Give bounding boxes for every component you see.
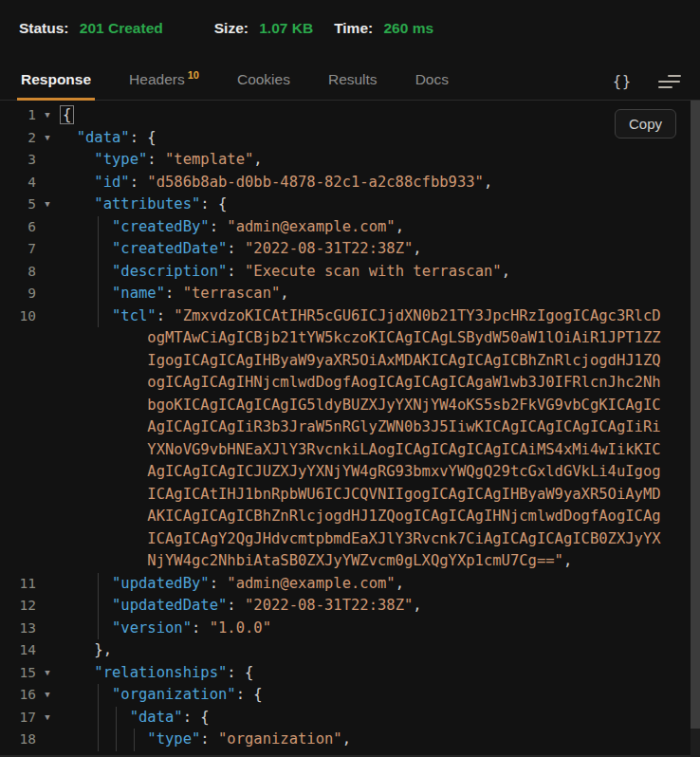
status-label: Status: (19, 20, 69, 36)
indent-guide (116, 707, 117, 729)
vertical-scrollbar[interactable] (691, 101, 700, 757)
code-row: ogMTAwCiAgICBjb21tYW5kczoKICAgICAgLSBydW… (0, 327, 700, 350)
fold-toggle-icon (36, 439, 59, 462)
tab-response-label: Response (21, 71, 91, 87)
line-number: 16 (0, 684, 36, 707)
code-row: ICAgICAtIHJ1bnRpbWU6ICJCQVNIIgogICAgICAg… (0, 484, 700, 507)
code-row: 15▼ "relationships": { (0, 662, 700, 685)
fold-toggle-icon (36, 283, 59, 305)
line-number: 14 (0, 639, 36, 662)
fold-toggle-icon[interactable]: ▼ (36, 684, 59, 707)
fold-toggle-icon[interactable]: ▼ (36, 127, 59, 150)
code-row: 3 "type": "template", (0, 149, 700, 172)
line-number (0, 395, 36, 417)
tab-results-label: Results (328, 71, 378, 87)
response-body-viewer: 1▼{2▼ "data": {3 "type": "template",4 "i… (0, 101, 700, 757)
line-number: 10 (0, 305, 36, 328)
size-label: Size: (214, 20, 249, 36)
indent-guide (98, 283, 99, 305)
line-number (0, 461, 36, 484)
tab-cookies[interactable]: Cookies (235, 71, 292, 100)
fold-toggle-icon (36, 573, 59, 596)
code-line-text: YXNoVG9vbHNEaXJlY3RvcnkiLAogICAgICAgICAg… (59, 439, 661, 462)
tab-results[interactable]: Results (326, 71, 379, 100)
tab-docs[interactable]: Docs (414, 71, 451, 100)
line-number: 4 (0, 172, 36, 194)
line-number: 17 (0, 707, 36, 729)
tab-headers-label: Headers (129, 71, 185, 87)
line-number: 11 (0, 573, 36, 596)
code-row: 7 "createdDate": "2022-08-31T22:38Z", (0, 238, 700, 261)
line-number: 13 (0, 618, 36, 640)
fold-toggle-icon (36, 528, 59, 551)
code-row: 6 "createdBy": "admin@example.com", (0, 216, 700, 239)
code-line-text: "createdBy": "admin@example.com", (59, 216, 404, 239)
code-row: bgoKICAgICAgICAgIG5ldyBUZXJyYXNjYW4oKS5s… (0, 395, 700, 417)
code-line-text: }, (59, 639, 112, 662)
code-row: 8 "description": "Execute scan with terr… (0, 261, 700, 284)
line-number (0, 372, 36, 395)
code-line-text: IgogICAgICAgIHByaW9yaXR5OiAxMDAKICAgICAg… (59, 350, 661, 373)
fold-toggle-icon (36, 416, 59, 439)
indent-guide (98, 684, 99, 707)
fold-toggle-icon (36, 350, 59, 373)
code-line-text: AgICAgICAgIiR3b3JraW5nRGlyZWN0b3J5IiwKIC… (59, 416, 661, 439)
fold-toggle-icon[interactable]: ▼ (36, 194, 59, 216)
code-line-text: "attributes": { (59, 194, 227, 216)
code-row: 13 "version": "1.0.0" (0, 618, 700, 640)
status-value: 201 Created (80, 20, 163, 36)
code-row: 2▼ "data": { (0, 127, 700, 150)
scrollbar-thumb[interactable] (691, 101, 700, 729)
code-line-text: "tcl": "ZmxvdzoKICAtIHR5cGU6ICJjdXN0b21T… (59, 305, 661, 328)
hamburger-menu-icon[interactable] (658, 75, 681, 88)
code-row: 14 }, (0, 639, 700, 662)
code-row: 9 "name": "terrascan", (0, 283, 700, 305)
code-line-text: "type": "template", (59, 149, 263, 172)
code-row: AKICAgICAgICBhZnRlcjogdHJ1ZQogICAgICAgIH… (0, 506, 700, 528)
response-meta-bar: Status: 201 Created Size: 1.07 KB Time: … (0, 0, 700, 43)
fold-toggle-icon[interactable]: ▼ (36, 662, 59, 685)
line-number: 3 (0, 149, 36, 172)
fold-toggle-icon (36, 639, 59, 662)
code-line-text: AKICAgICAgICBhZnRlcjogdHJ1ZQogICAgICAgIH… (59, 506, 661, 528)
line-number (0, 528, 36, 551)
fold-toggle-icon (36, 327, 59, 350)
line-number (0, 416, 36, 439)
line-number: 12 (0, 595, 36, 618)
fold-toggle-icon (36, 372, 59, 395)
tab-response[interactable]: Response (19, 71, 93, 100)
code-row: AgICAgICAgICJUZXJyYXNjYW4gRG93bmxvYWQgQ2… (0, 461, 700, 484)
line-number: 6 (0, 216, 36, 239)
code-row: ogICAgICAgIHNjcmlwdDogfAogICAgICAgICAgaW… (0, 372, 700, 395)
indent-guide (98, 618, 99, 640)
size-value: 1.07 KB (259, 20, 313, 36)
fold-toggle-icon (36, 305, 59, 328)
format-code-icon[interactable]: {} (613, 73, 632, 90)
indent-guide (98, 261, 99, 284)
code-line-text: "description": "Execute scan with terras… (59, 261, 510, 284)
code-row: 10 "tcl": "ZmxvdzoKICAtIHR5cGU6ICJjdXN0b… (0, 305, 700, 328)
fold-toggle-icon (36, 484, 59, 507)
code-row: 12 "updatedDate": "2022-08-31T22:38Z", (0, 595, 700, 618)
code-line-text: "id": "d586b8ab-d0bb-4878-82c1-a2c88cfbb… (59, 172, 492, 194)
status-pair: Status: 201 Created (19, 20, 163, 37)
line-number: 2 (0, 127, 36, 150)
tab-headers[interactable]: Headers10 (127, 71, 201, 100)
tab-cookies-label: Cookies (237, 71, 290, 87)
code-line-text: ogMTAwCiAgICBjb21tYW5kczoKICAgICAgLSBydW… (59, 327, 661, 350)
line-number: 15 (0, 662, 36, 685)
code-row: 18 "type": "organization", (0, 729, 700, 751)
copy-button[interactable]: Copy (615, 109, 676, 138)
fold-toggle-icon[interactable]: ▼ (36, 707, 59, 729)
fold-toggle-icon (36, 261, 59, 284)
fold-toggle-icon (36, 506, 59, 528)
code-line-text: { (59, 104, 74, 127)
code-line-text: "version": "1.0.0" (59, 618, 271, 640)
fold-toggle-icon[interactable]: ▼ (36, 104, 59, 127)
fold-toggle-icon (36, 595, 59, 618)
size-pair: Size: 1.07 KB (214, 20, 313, 37)
code-row: 17▼ "data": { (0, 707, 700, 729)
indent-guide (98, 595, 99, 618)
code-row: YXNoVG9vbHNEaXJlY3RvcnkiLAogICAgICAgICAg… (0, 439, 700, 462)
code-row: AgICAgICAgIiR3b3JraW5nRGlyZWN0b3J5IiwKIC… (0, 416, 700, 439)
